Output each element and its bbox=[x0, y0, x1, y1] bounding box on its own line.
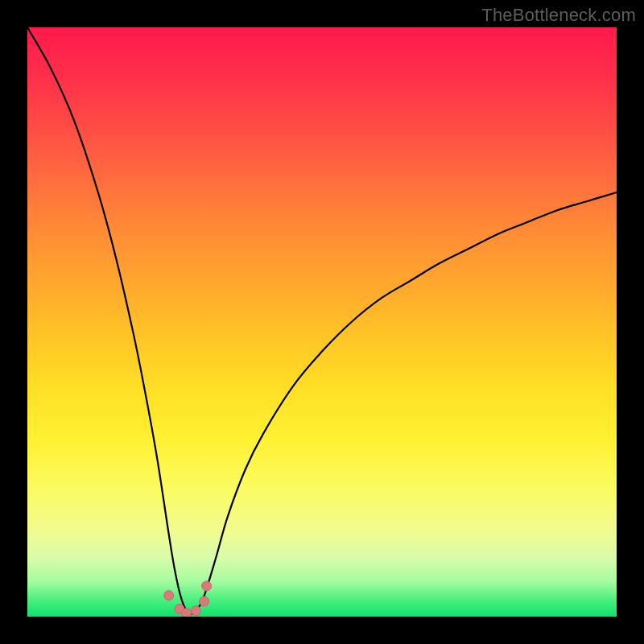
watermark-text: TheBottleneck.com bbox=[481, 5, 636, 26]
chart-frame: TheBottleneck.com bbox=[0, 0, 644, 644]
plot-gradient-background bbox=[27, 27, 617, 617]
